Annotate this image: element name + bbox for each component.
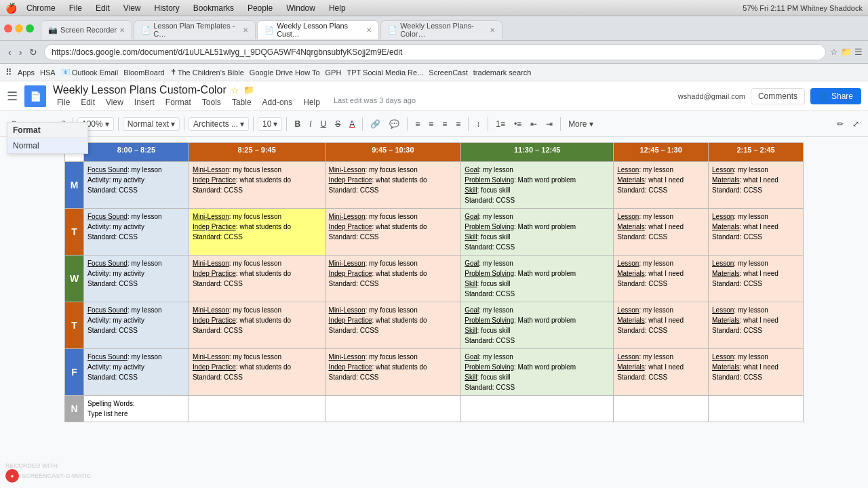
table-cell[interactable]: Focus Sound: my lessonActivity: my activ…	[84, 302, 189, 349]
table-cell[interactable]: Mini-Lesson: my focus lessonIndep Practi…	[325, 302, 461, 349]
bookmark-gdrive[interactable]: Google Drive How To	[250, 68, 320, 77]
table-cell[interactable]: Mini-Lesson: my focus lessonIndep Practi…	[325, 349, 461, 396]
menu-insert[interactable]: Insert	[130, 96, 159, 108]
url-bar[interactable]: https://docs.google.com/document/d/1uULA…	[44, 44, 826, 60]
table-cell[interactable]: Lesson: my lessonMaterials: what I needS…	[709, 302, 804, 349]
table-cell[interactable]: Lesson: my lessonMaterials: what I needS…	[614, 349, 709, 396]
minimize-window-button[interactable]	[15, 24, 23, 33]
maximize-window-button[interactable]	[26, 24, 34, 33]
mac-history[interactable]: History	[151, 3, 184, 13]
table-cell[interactable]: Mini-Lesson: my focus lessonIndep Practi…	[325, 256, 461, 302]
align-left-button[interactable]: ≡	[412, 117, 423, 131]
table-cell[interactable]: Focus Sound: my lessonActivity: my activ…	[84, 162, 189, 209]
table-cell[interactable]: Lesson: my lessonMaterials: what I needS…	[614, 209, 709, 256]
mac-view[interactable]: View	[119, 3, 145, 13]
forward-button[interactable]: ›	[16, 45, 25, 59]
menu-edit[interactable]: Edit	[77, 96, 99, 108]
table-cell[interactable]	[614, 396, 709, 422]
line-spacing-button[interactable]: ↕	[473, 117, 484, 131]
star-icon[interactable]: ☆	[231, 85, 239, 96]
tab-weekly-plans-custom[interactable]: 📄 Weekly Lesson Plans Cust… ✕	[257, 20, 379, 39]
tab-weekly-plans-color[interactable]: 📄 Weekly Lesson Plans-Color… ✕	[380, 20, 502, 39]
mac-people[interactable]: People	[243, 3, 277, 13]
apps-icon[interactable]: ⠿	[5, 67, 12, 77]
bookmark-bloomboard[interactable]: BloomBoard	[123, 68, 165, 77]
table-cell[interactable]: Goal: my lessonProblem Solving: Math wor…	[461, 349, 614, 396]
folder-icon[interactable]: 📁	[841, 47, 852, 57]
menu-icon[interactable]: ☰	[854, 47, 863, 57]
tab-close-icon[interactable]: ✕	[366, 26, 372, 34]
font-select[interactable]: Architects ... ▾	[189, 117, 249, 131]
link-button[interactable]: 🔗	[367, 117, 384, 131]
table-cell[interactable]: Lesson: my lessonMaterials: what I needS…	[614, 162, 709, 209]
table-cell[interactable]: Focus Sound: my lessonActivity: my activ…	[84, 209, 189, 256]
strikethrough-button[interactable]: S	[332, 117, 344, 131]
folder-icon[interactable]: 📁	[243, 85, 254, 95]
table-cell[interactable]: Mini-Lesson: my focus lessonIndep Practi…	[189, 209, 325, 256]
back-button[interactable]: ‹	[5, 45, 14, 59]
format-panel-value[interactable]: Normal	[7, 138, 87, 153]
expand-button[interactable]: ⤢	[849, 117, 863, 131]
tab-screen-recorder[interactable]: 📷 Screen Recorder ✕	[41, 20, 132, 39]
underline-button[interactable]: U	[317, 117, 330, 131]
align-center-button[interactable]: ≡	[425, 117, 437, 131]
bullet-list-button[interactable]: •≡	[511, 117, 525, 131]
bookmark-screencast[interactable]: ScreenCast	[429, 68, 467, 77]
table-cell[interactable]: Goal: my lessonProblem Solving: Math wor…	[461, 302, 614, 349]
mac-file[interactable]: File	[65, 3, 86, 13]
bookmark-tpt[interactable]: TPT Social Media Re...	[347, 68, 423, 77]
table-cell[interactable]: Goal: my lessonProblem Solving: Math wor…	[461, 209, 614, 256]
table-cell[interactable]: Mini-Lesson: my focus lessonIndep Practi…	[189, 302, 325, 349]
table-cell[interactable]: Focus Sound: my lessonActivity: my activ…	[84, 349, 189, 396]
increase-indent-button[interactable]: ⇥	[542, 117, 556, 131]
align-right-button[interactable]: ≡	[439, 117, 450, 131]
comments-button[interactable]: Comments	[751, 88, 805, 104]
table-cell[interactable]: Lesson: my lessonMaterials: what I needS…	[614, 256, 709, 302]
mac-help[interactable]: Help	[325, 3, 350, 13]
table-cell[interactable]: Lesson: my lessonMaterials: what I needS…	[709, 162, 804, 209]
tab-close-icon[interactable]: ✕	[490, 26, 495, 34]
mac-bookmarks[interactable]: Bookmarks	[189, 3, 238, 13]
table-cell[interactable]: Focus Sound: my lessonActivity: my activ…	[84, 256, 189, 302]
close-window-button[interactable]	[4, 24, 12, 33]
edit-mode-button[interactable]: ✏	[833, 117, 847, 131]
mac-edit[interactable]: Edit	[92, 3, 114, 13]
italic-button[interactable]: I	[306, 117, 315, 131]
table-cell[interactable]: Mini-Lesson: my focus lessonIndep Practi…	[189, 256, 325, 302]
more-button[interactable]: More ▾	[565, 117, 597, 131]
size-select[interactable]: 10 ▾	[258, 117, 282, 131]
table-cell[interactable]: Goal: my lessonProblem Solving: Math wor…	[461, 162, 614, 209]
table-cell[interactable]	[709, 396, 804, 422]
bold-button[interactable]: B	[291, 117, 304, 131]
tab-close-icon[interactable]: ✕	[243, 26, 248, 34]
menu-view[interactable]: View	[102, 96, 127, 108]
style-select[interactable]: Normal text ▾	[123, 117, 180, 131]
bookmark-hsa[interactable]: HSA	[40, 68, 56, 77]
numbered-list-button[interactable]: 1≡	[492, 117, 509, 131]
menu-addons[interactable]: Add-ons	[258, 96, 297, 108]
tab-lesson-templates[interactable]: 📄 Lesson Plan Templates - C… ✕	[134, 20, 256, 39]
mac-chrome[interactable]: Chrome	[22, 3, 60, 13]
doc-title[interactable]: Weekly Lesson Plans Custom-Color	[53, 84, 226, 96]
decrease-indent-button[interactable]: ⇤	[527, 117, 540, 131]
bookmark-trademark[interactable]: trademark search	[473, 68, 532, 77]
menu-help[interactable]: Help	[299, 96, 324, 108]
table-cell[interactable]: Mini-Lesson: my focus lessonIndep Practi…	[189, 349, 325, 396]
table-cell[interactable]: Spelling Words:Type list here	[84, 396, 189, 422]
tab-close-icon[interactable]: ✕	[119, 26, 125, 34]
menu-format[interactable]: Format	[161, 96, 195, 108]
menu-file[interactable]: File	[53, 96, 74, 108]
menu-tools[interactable]: Tools	[198, 96, 225, 108]
table-cell[interactable]: Lesson: my lessonMaterials: what I needS…	[614, 302, 709, 349]
table-cell[interactable]: Lesson: my lessonMaterials: what I needS…	[709, 349, 804, 396]
table-cell[interactable]: Mini-Lesson: my focus lessonIndep Practi…	[325, 209, 461, 256]
bookmark-outlook[interactable]: 📧 Outlook Email	[61, 68, 118, 77]
table-cell[interactable]	[461, 396, 614, 422]
mac-window[interactable]: Window	[282, 3, 319, 13]
star-icon[interactable]: ☆	[830, 47, 838, 57]
table-cell[interactable]	[325, 396, 461, 422]
menu-table[interactable]: Table	[228, 96, 256, 108]
table-cell[interactable]: Lesson: my lessonMaterials: what I needS…	[709, 256, 804, 302]
text-color-button[interactable]: A	[346, 117, 358, 131]
refresh-button[interactable]: ↻	[26, 45, 40, 59]
